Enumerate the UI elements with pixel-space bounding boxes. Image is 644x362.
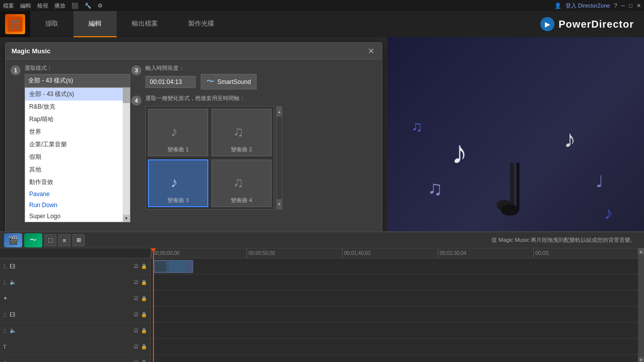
variation-scrollbar[interactable]: ▲ ▼ (276, 106, 282, 210)
tab-disc[interactable]: 製作光碟 (173, 11, 229, 37)
scroll-v-down[interactable]: ▼ (638, 357, 644, 362)
track-title-checkbox[interactable]: ☑ (132, 343, 139, 350)
track-label-effect1: ✦ ☑ 🔒 (0, 291, 150, 307)
menu-file[interactable]: 檔案 (3, 2, 14, 10)
dropdown-item-rnb[interactable]: R&B/放克 (25, 101, 130, 113)
dropdown-item-world[interactable]: 世界 (25, 126, 130, 138)
scroll-v-track[interactable] (638, 254, 644, 357)
variation-4-label: 變奏曲 4 (231, 197, 252, 204)
video-clip-1[interactable] (153, 260, 193, 273)
smartsound-label: SmartSound (217, 78, 251, 85)
dropdown-scrollbar[interactable]: ▼ (123, 88, 130, 222)
track-2-controls: ☑ 🔒 (132, 311, 147, 318)
track-row-effect2 (151, 355, 638, 362)
track-a1-checkbox[interactable]: ☑ (132, 279, 139, 286)
style-select-value: 全部 - 43 樣式(s) (28, 77, 73, 84)
track-a1-lock[interactable]: 🔒 (140, 279, 147, 286)
tl-btn-3[interactable]: ⊞ (72, 234, 85, 246)
ruler-placeholder (0, 248, 150, 258)
dialog-header: Magic Music ✕ (6, 43, 382, 59)
track-fx2-lock[interactable]: 🔒 (140, 359, 147, 363)
dropdown-item-corporate[interactable]: 企業/工業音樂 (25, 138, 130, 151)
track-1-num: 1. (3, 263, 8, 269)
svg-text:♩: ♩ (495, 150, 529, 230)
tab-capture[interactable]: 擷取 (30, 11, 73, 37)
track-title-lock[interactable]: 🔒 (140, 343, 147, 350)
variation-item-2[interactable]: ♫ 變奏曲 2 (211, 109, 272, 156)
dropdown-item-rap[interactable]: Rap/嘻哈 (25, 113, 130, 126)
dropdown-item-superlogo[interactable]: Super Logo (25, 211, 130, 222)
track-label-effect2: ✦ ☑ 🔒 (0, 355, 150, 362)
playhead[interactable] (153, 248, 154, 362)
variation-item-3[interactable]: ♪ 變奏曲 3 (148, 159, 208, 207)
style-select[interactable]: 全部 - 43 樣式(s) (25, 74, 130, 87)
step-3-controls: 00:01:04:13 〜 SmartSound (145, 74, 377, 89)
timeline-main: 1. 🎞 ☑ 🔒 1. 🔈 ☑ 🔒 ✦ ☑ (0, 248, 644, 362)
variation-scroll-down[interactable]: ▼ (277, 199, 282, 209)
track-a2-checkbox[interactable]: ☑ (132, 327, 139, 334)
timeline-vertical-scroll[interactable]: ▲ ▼ (638, 248, 644, 362)
svg-text:♪: ♪ (171, 124, 178, 139)
menu-play[interactable]: 播放 (54, 2, 65, 10)
playhead-triangle (151, 248, 156, 252)
svg-text:🎵: 🎵 (9, 19, 21, 30)
track-a1-icon: 🔈 (10, 279, 17, 286)
tl-btn-1[interactable]: ⬚ (44, 234, 56, 246)
toolbar-icon-settings[interactable]: ⚙ (98, 3, 103, 9)
svg-text:♪: ♪ (452, 134, 468, 170)
track-title-controls: ☑ 🔒 (132, 343, 147, 350)
dropdown-item-action[interactable]: 動作音效 (25, 176, 130, 189)
timeline-ruler: 00;00;00;00 00;00;50;00 00;01;40;02 00;0… (151, 248, 638, 258)
minimize-btn[interactable]: ─ (621, 3, 625, 9)
step-4-content: 選取一種變化形式，然後套用至時間軸： ♪ 變奏 (145, 95, 377, 210)
track-1-checkbox[interactable]: ☑ (132, 263, 139, 270)
track-fx1-checkbox[interactable]: ☑ (132, 295, 139, 302)
help-btn[interactable]: ? (614, 3, 617, 9)
track-label-title: T ☑ 🔒 (0, 339, 150, 355)
dropdown-item-other[interactable]: 其他 (25, 163, 130, 176)
track-row-audio2 (151, 323, 638, 339)
svg-text:♫: ♫ (233, 174, 244, 190)
variation-item-1[interactable]: ♪ 變奏曲 1 (148, 109, 208, 156)
tab-edit[interactable]: 編輯 (73, 11, 117, 37)
dropdown-item-rundown[interactable]: Run Down (25, 200, 130, 211)
top-toolbar: 檔案 編輯 檢視 播放 ⬛ 🔧 ⚙ 👤 登入 DirectorZone ? ─ … (0, 0, 644, 11)
track-fx2-checkbox[interactable]: ☑ (132, 359, 139, 363)
dialog-close-button[interactable]: ✕ (366, 46, 376, 56)
media-icon[interactable]: 🎬 (4, 233, 22, 247)
variation-scroll-up[interactable]: ▲ (277, 107, 282, 117)
track-fx2-controls: ☑ 🔒 (132, 359, 147, 363)
maximize-btn[interactable]: □ (629, 3, 632, 9)
ruler-mark-3: 00;02;30;04 (438, 248, 466, 258)
track-1-lock[interactable]: 🔒 (140, 263, 147, 270)
dropdown-item-pavane[interactable]: Pavane (25, 189, 130, 200)
variation-2-icon: ♫ (231, 119, 252, 144)
directorzone-link[interactable]: 登入 DirectorZone (566, 2, 610, 10)
close-btn[interactable]: ✕ (636, 3, 641, 9)
smartsound-button[interactable]: 〜 SmartSound (201, 74, 257, 89)
tl-btn-2[interactable]: ≡ (58, 234, 70, 246)
toolbar-icon-2[interactable]: 🔧 (85, 3, 92, 9)
track-2-checkbox[interactable]: ☑ (132, 311, 139, 318)
app-header: 🎵 擷取 編輯 輸出檔案 製作光碟 ▶ PowerDirector (0, 11, 644, 37)
scroll-down-arrow[interactable]: ▼ (123, 215, 130, 222)
track-label-audio1: 1. 🔈 ☑ 🔒 (0, 275, 150, 291)
dropdown-item-holiday[interactable]: 假期 (25, 151, 130, 163)
scroll-v-up[interactable]: ▲ (638, 248, 644, 254)
menu-view[interactable]: 檢視 (37, 2, 48, 10)
music-s-icon[interactable]: 〜 (24, 233, 42, 247)
smartsound-icon: 〜 (206, 76, 214, 87)
logo-icon: 🎵 (5, 14, 25, 34)
track-2-lock[interactable]: 🔒 (140, 311, 147, 318)
time-input[interactable]: 00:01:04:13 (145, 76, 196, 88)
clip-tail (169, 260, 187, 273)
tab-export[interactable]: 輸出檔案 (117, 11, 173, 37)
dropdown-item-all[interactable]: 全部 - 43 樣式(s) (25, 88, 130, 101)
variation-item-4[interactable]: ♫ 變奏曲 4 (211, 159, 272, 207)
track-a2-lock[interactable]: 🔒 (140, 327, 147, 334)
menu-edit[interactable]: 編輯 (20, 2, 31, 10)
step-3-label: 輸入時間長度： (145, 64, 377, 72)
track-fx1-lock[interactable]: 🔒 (140, 295, 147, 302)
track-a2-num: 2. (3, 328, 8, 334)
toolbar-icon-1[interactable]: ⬛ (71, 3, 78, 9)
